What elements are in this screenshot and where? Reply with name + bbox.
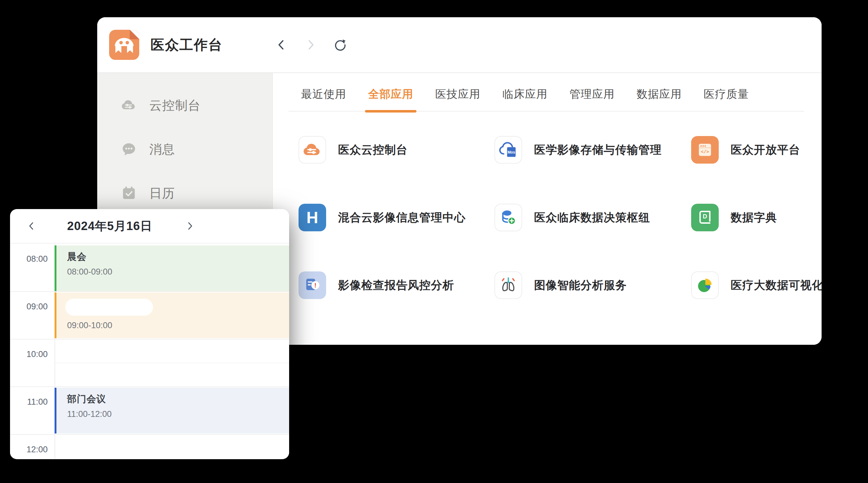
blue-cloud-mos-icon: Mos	[499, 140, 518, 160]
app-open-platform[interactable]: </> 医众开放平台	[691, 136, 822, 164]
svg-text:Mos: Mos	[507, 150, 515, 155]
tab-clinical[interactable]: 临床应用	[502, 87, 548, 111]
green-book-icon: D	[695, 208, 715, 227]
calendar-header: 2024年5月16日	[10, 209, 289, 244]
hour-label: 08:00	[10, 254, 48, 264]
calendar-date-title: 2024年5月16日	[67, 218, 152, 234]
h-letter-icon: H	[306, 208, 318, 227]
event-time: 11:00-12:00	[67, 409, 289, 419]
nav-controls	[274, 38, 347, 52]
app-logo	[109, 30, 139, 60]
chevron-right-icon	[185, 221, 195, 231]
calendar-prev-day-button[interactable]	[25, 219, 38, 233]
apps-grid: 医众云控制台 Mos 医学影像存储与传输管理	[273, 111, 822, 299]
hour-label: 10:00	[10, 350, 48, 359]
back-button[interactable]	[274, 38, 288, 52]
sidebar-item-messages[interactable]: 消息	[97, 134, 273, 164]
content-area: 最近使用 全部应用 医技应用 临床应用 管理应用 数据应用 医疗质量	[273, 73, 822, 345]
hour-gridline	[10, 386, 289, 387]
message-bubble-icon	[121, 141, 137, 157]
refresh-icon	[333, 38, 347, 52]
event-title: 晨会	[67, 251, 289, 263]
hour-label: 11:00	[10, 397, 48, 407]
app-data-dictionary[interactable]: D 数据字典	[691, 204, 822, 231]
hour-label: 09:00	[10, 302, 48, 312]
svg-text:D: D	[703, 213, 707, 220]
code-window-icon: </>	[695, 140, 715, 160]
logo-fold-icon	[130, 30, 139, 39]
app-big-data-visualization[interactable]: 医疗大数据可视化	[691, 271, 822, 299]
sidebar-item-label: 日历	[149, 185, 175, 202]
sidebar-item-label: 消息	[149, 141, 175, 158]
calendar-check-icon	[121, 185, 137, 201]
tab-medtech[interactable]: 医技应用	[435, 87, 480, 111]
event-title: 部门会议	[67, 393, 289, 406]
sidebar-item-calendar[interactable]: 日历	[97, 178, 273, 208]
calendar-event-department-meeting[interactable]: 部门会议 11:00-12:00	[55, 388, 289, 433]
tab-management[interactable]: 管理应用	[569, 87, 615, 111]
redacted-title-pill	[65, 299, 153, 316]
cloud-settings-icon	[121, 97, 137, 113]
chevron-left-icon	[26, 221, 37, 231]
calendar-event-morning-meeting[interactable]: 晨会 08:00-09:00	[55, 246, 289, 291]
forward-button[interactable]	[304, 38, 318, 52]
hour-gridline	[10, 339, 289, 340]
database-plus-icon	[499, 208, 518, 227]
chevron-right-icon	[305, 38, 317, 51]
lungs-icon	[499, 276, 518, 295]
report-alert-icon: !	[303, 276, 322, 295]
tab-all-apps[interactable]: 全部应用	[368, 87, 413, 111]
hour-gridline	[10, 291, 289, 292]
event-time: 08:00-09:00	[67, 267, 289, 277]
app-cloud-console[interactable]: 医众云控制台	[299, 136, 495, 164]
tab-data[interactable]: 数据应用	[637, 87, 682, 111]
window-topbar: 医众工作台	[97, 17, 822, 73]
chevron-left-icon	[275, 38, 287, 51]
calendar-panel: 2024年5月16日 08:00 09:00 10:00 11:00 12:00…	[10, 209, 289, 459]
app-category-tabs: 最近使用 全部应用 医技应用 临床应用 管理应用 数据应用 医疗质量	[288, 73, 804, 111]
orange-cloud-sliders-icon	[303, 140, 322, 160]
calendar-day-view: 08:00 09:00 10:00 11:00 12:00 晨会 08:00-0…	[10, 244, 289, 458]
event-time: 09:00-10:00	[67, 321, 289, 330]
half-hour-gridline	[55, 363, 289, 363]
tab-quality[interactable]: 医疗质量	[704, 87, 749, 111]
svg-text:!: !	[314, 282, 316, 289]
window-title: 医众工作台	[151, 36, 223, 54]
app-clinical-data-hub[interactable]: 医众临床数据决策枢纽	[495, 204, 691, 231]
hour-label: 12:00	[10, 445, 48, 454]
calendar-next-day-button[interactable]	[183, 219, 197, 233]
app-report-risk-analysis[interactable]: ! 影像检查报告风控分析	[299, 271, 495, 299]
tab-recent[interactable]: 最近使用	[301, 87, 346, 111]
calendar-event-redacted[interactable]: 09:00-10:00	[55, 292, 289, 338]
app-hybrid-cloud-center[interactable]: H 混合云影像信息管理中心	[299, 204, 495, 231]
sidebar-item-label: 云控制台	[149, 97, 201, 114]
pie-chart-icon	[695, 276, 715, 295]
hour-gridline	[10, 434, 289, 435]
sidebar-item-cloud-console[interactable]: 云控制台	[97, 91, 273, 120]
app-image-ai-analysis[interactable]: 图像智能分析服务	[495, 271, 691, 299]
svg-text:</>: </>	[701, 150, 709, 155]
refresh-button[interactable]	[333, 38, 347, 52]
app-image-storage[interactable]: Mos 医学影像存储与传输管理	[495, 136, 691, 164]
